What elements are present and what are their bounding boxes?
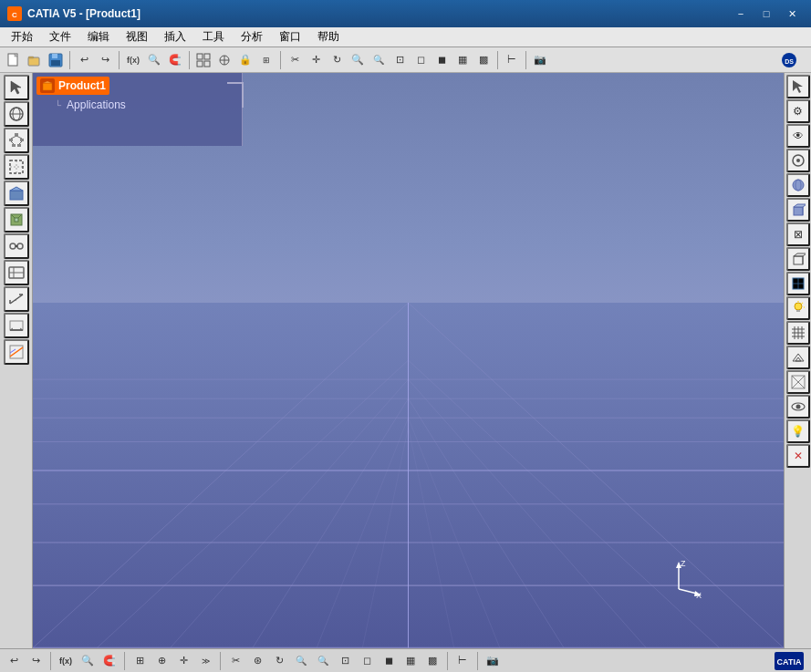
left-tool-dim2[interactable]	[4, 313, 29, 338]
right-tool-pointer[interactable]	[786, 75, 810, 98]
left-tool-select[interactable]	[4, 154, 29, 180]
minimize-button[interactable]: −	[729, 5, 753, 23]
toolbar-zoom-in[interactable]: 🔍	[348, 50, 368, 70]
toolbar-cut[interactable]: ✂	[285, 50, 305, 70]
right-tool-wire[interactable]	[786, 247, 810, 271]
menu-window[interactable]: 窗口	[272, 27, 308, 47]
bottom-transform[interactable]: ⊛	[247, 651, 267, 671]
svg-rect-22	[15, 133, 18, 136]
bottom-grid[interactable]: ⊞	[130, 651, 150, 671]
right-tool-sphere[interactable]	[786, 173, 810, 197]
left-tool-globe[interactable]	[4, 101, 29, 127]
toolbar-camera[interactable]: 📷	[530, 50, 550, 70]
bottom-view3[interactable]: ◻	[357, 651, 377, 671]
right-tool-snap3[interactable]	[786, 370, 810, 394]
toolbar-render[interactable]: ▩	[473, 50, 494, 70]
toolbar-grid[interactable]	[193, 50, 213, 70]
bottom-formula[interactable]: f(x)	[56, 651, 76, 671]
svg-point-120	[795, 405, 800, 409]
bottom-move2[interactable]: ✛	[173, 651, 193, 671]
svg-text:C: C	[12, 11, 17, 19]
bottom-section2[interactable]: ▦	[400, 651, 421, 671]
bottom-search[interactable]: 🔍	[78, 651, 98, 671]
svg-point-41	[17, 243, 23, 249]
toolbar-rotate[interactable]: ↻	[327, 50, 347, 70]
right-tool-lightbulb[interactable]: 💡	[786, 419, 810, 443]
right-tool-plane[interactable]	[786, 346, 810, 369]
toolbar-measure[interactable]: ⊞	[256, 50, 276, 70]
toolbar-zoom-out[interactable]: 🔍	[369, 50, 389, 70]
toolbar-new[interactable]	[4, 50, 24, 70]
toolbar-snap[interactable]: 🧲	[165, 50, 185, 70]
maximize-button[interactable]: □	[754, 5, 778, 23]
menu-analysis[interactable]: 分析	[234, 27, 270, 47]
applications-label: Applications	[67, 98, 126, 111]
left-tool-tree[interactable]	[4, 128, 29, 153]
menu-file[interactable]: 文件	[42, 27, 78, 47]
menu-start[interactable]: 开始	[4, 27, 40, 47]
right-tool-gear[interactable]: ⚙	[786, 99, 810, 123]
menu-edit[interactable]: 编辑	[80, 27, 117, 47]
bottom-zout[interactable]: 🔍	[313, 651, 333, 671]
toolbar-view[interactable]: ◻	[411, 50, 431, 70]
toolbar-lock[interactable]: 🔒	[235, 50, 255, 70]
bottom-render2[interactable]: ▩	[422, 651, 442, 671]
menu-tools[interactable]: 工具	[195, 27, 232, 47]
right-tool-eye[interactable]: 👁	[786, 124, 810, 148]
bottom-cross[interactable]: ⊕	[151, 651, 172, 671]
toolbar-snap2[interactable]	[214, 50, 234, 70]
menu-view[interactable]: 视图	[119, 27, 155, 47]
bottom-undo[interactable]: ↩	[4, 651, 24, 671]
svg-rect-31	[10, 160, 23, 173]
bottom-magnet[interactable]: 🧲	[99, 651, 120, 671]
title-bar: C CATIA V5 - [Product1] − □ ✕	[0, 0, 811, 27]
bottom-cut2[interactable]: ✂	[225, 651, 245, 671]
toolbar-formula[interactable]: f(x)	[123, 50, 143, 70]
bottom-view4[interactable]: ◼	[379, 651, 399, 671]
svg-rect-25	[12, 144, 16, 147]
toolbar-view2[interactable]: ◼	[431, 50, 452, 70]
bottom-fit2[interactable]: ⊡	[335, 651, 355, 671]
bottom-toolbar: ↩ ↪ f(x) 🔍 🧲 ⊞ ⊕ ✛ ≫ ✂ ⊛ ↻ 🔍 🔍 ⊡ ◻ ◼ ▦ ▩…	[0, 648, 811, 672]
toolbar-dim[interactable]: ⊢	[502, 50, 522, 70]
bottom-cam[interactable]: 📷	[483, 651, 503, 671]
menu-help[interactable]: 帮助	[310, 27, 347, 47]
bottom-sep2	[124, 652, 125, 670]
left-tool-pointer[interactable]	[4, 75, 29, 100]
tree-applications-item[interactable]: └ Applications	[51, 97, 238, 113]
left-tool-part[interactable]	[4, 207, 29, 233]
tree-product-item[interactable]: Product1	[36, 77, 109, 95]
toolbar-fit[interactable]: ⊡	[390, 50, 410, 70]
toolbar-redo[interactable]: ↪	[95, 50, 115, 70]
bottom-more[interactable]: ≫	[195, 651, 215, 671]
toolbar-section[interactable]: ▦	[452, 50, 473, 70]
toolbar-search[interactable]: 🔍	[144, 50, 164, 70]
svg-rect-97	[794, 256, 803, 264]
toolbar-undo[interactable]: ↩	[74, 50, 94, 70]
right-tool-eye2[interactable]	[786, 395, 810, 419]
bottom-zin[interactable]: 🔍	[291, 651, 311, 671]
left-tool-constraint[interactable]	[4, 233, 29, 259]
left-tool-scene[interactable]	[4, 260, 29, 285]
toolbar-open[interactable]	[25, 50, 45, 70]
right-tool-light[interactable]	[786, 296, 810, 320]
left-tool-analysis[interactable]	[4, 339, 29, 365]
bottom-redo[interactable]: ↪	[26, 651, 46, 671]
right-tool-box[interactable]	[786, 198, 810, 222]
right-tool-section[interactable]: ⊠	[786, 222, 810, 246]
right-tool-scene2[interactable]	[786, 149, 810, 172]
toolbar-move[interactable]: ✛	[306, 50, 326, 70]
right-tool-material[interactable]	[786, 272, 810, 295]
close-button[interactable]: ✕	[780, 5, 804, 23]
bottom-rotate2[interactable]: ↻	[269, 651, 289, 671]
bottom-rule[interactable]: ⊢	[452, 651, 473, 671]
right-tool-delete[interactable]: ✕	[786, 444, 810, 468]
right-tool-grid2[interactable]	[786, 321, 810, 345]
toolbar-right: DS	[771, 51, 807, 69]
svg-line-27	[11, 136, 16, 139]
viewport[interactable]: Product1 └ Applications Z X	[33, 73, 784, 648]
menu-insert[interactable]: 插入	[157, 27, 193, 47]
left-tool-measure2[interactable]: →	[4, 286, 29, 312]
left-tool-product[interactable]	[4, 181, 29, 206]
toolbar-save[interactable]	[46, 50, 66, 70]
